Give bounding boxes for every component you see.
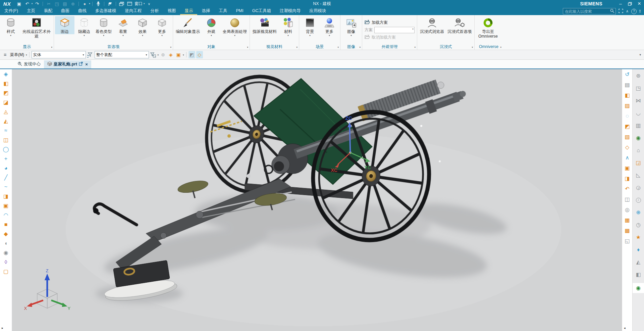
stage-floor-icon[interactable]: ⌂	[634, 146, 643, 154]
group-dialog-caret-icon[interactable]: ▾	[296, 46, 298, 49]
detach-tab-icon[interactable]	[79, 62, 83, 67]
undo-feature-icon[interactable]: ↶	[623, 185, 632, 193]
ribbon-item-immersive-preferences[interactable]: 沉浸式首选项	[446, 16, 473, 34]
ribbon-item-more-scene[interactable]: 更多 ▾	[320, 16, 339, 37]
ribbon-item-background[interactable]: 背景 ▾	[300, 16, 320, 37]
menu-tab-display[interactable]: 显示	[180, 7, 197, 15]
overlap-squares-icon[interactable]: ◲	[634, 159, 643, 167]
ribbon-item-export-omniverse[interactable]: 导出至 Omniverse	[476, 16, 500, 39]
sketch-profile-icon[interactable]: ◯	[2, 145, 10, 153]
menu-button[interactable]: 菜单(M)	[9, 52, 25, 58]
spring-tool-icon[interactable]: ↺	[623, 70, 632, 79]
sheet-body-icon[interactable]: ◧	[2, 80, 10, 88]
resize-corner-icon[interactable]: ◱	[623, 237, 632, 245]
ribbon-item-image[interactable]: 图像 ▾	[341, 16, 361, 37]
menu-tab-pmi[interactable]: PMI	[231, 7, 248, 15]
dev-tools-icon[interactable]: ◭	[634, 258, 643, 266]
settings-gear-icon[interactable]: ⊛	[634, 72, 643, 80]
flatten-sheet-icon[interactable]: ▧	[623, 133, 632, 141]
layer-stack-icon[interactable]: ▦	[623, 216, 632, 224]
menu-tab-gc-toolbox[interactable]: GC工具箱	[248, 7, 275, 15]
surface-chevron-icon[interactable]: ∧	[623, 154, 632, 162]
menu-hamburger-icon[interactable]: ≡	[2, 51, 8, 58]
render-wand-icon[interactable]: ★	[634, 233, 643, 241]
group-dialog-caret-icon[interactable]: ▾	[337, 46, 339, 49]
fold-sheet-icon[interactable]: ◨	[2, 192, 10, 200]
polish-body-icon[interactable]: ◩	[2, 89, 10, 97]
sketch-find-icon[interactable]: ◌	[623, 112, 632, 120]
pattern-blocks-icon[interactable]: ◳	[634, 84, 643, 92]
curtain-stage-icon[interactable]: ◧	[634, 271, 643, 279]
join-bodies-icon[interactable]: ⋈	[634, 97, 643, 105]
block-feature-icon[interactable]: ■	[2, 221, 10, 229]
cannon-3d-model[interactable]: ZC XC YC Z	[12, 69, 622, 331]
group-dialog-caret-icon[interactable]: ▾	[472, 46, 473, 49]
group-dialog-caret-icon[interactable]: ▾	[51, 46, 52, 49]
ribbon-item-raytraced-art[interactable]: 光线追踪艺术外观	[20, 16, 53, 39]
window-menu[interactable]: 窗口	[134, 1, 143, 7]
tab-part-document[interactable]: 皇家礼炮.prt ×	[44, 60, 91, 68]
help-icon[interactable]: ?	[631, 9, 637, 14]
window-frame-icon[interactable]	[126, 0, 134, 7]
project-sheet-icon[interactable]: ◩	[623, 123, 632, 131]
close-tab-icon[interactable]: ×	[85, 62, 88, 67]
group-dialog-caret-icon[interactable]: ▾	[247, 46, 248, 49]
menu-tab-assembly[interactable]: 装配	[40, 7, 57, 15]
ribbon-item-global-finish[interactable]: 全局表面处理 ▾	[221, 16, 249, 37]
ribbon-item-emphasis[interactable]: 着重 ▾	[113, 16, 133, 37]
spot-face-icon[interactable]: ▨	[623, 102, 632, 110]
copy-face-icon[interactable]: ◨	[623, 175, 632, 183]
emboss-extrude-icon[interactable]: ◊	[2, 258, 10, 266]
frame-feature-icon[interactable]: ▣	[2, 202, 10, 210]
scope-filter-combobox[interactable]: 整个装配▾	[95, 51, 149, 58]
sheet-stack-icon[interactable]: ▩	[623, 227, 632, 235]
ribbon-item-face-edges[interactable]: 面边	[55, 16, 74, 34]
studio-build-icon[interactable]: ♦	[634, 246, 643, 254]
facet-body-icon[interactable]: ◇	[623, 143, 632, 151]
cube-capture-icon[interactable]: ◈	[167, 51, 174, 58]
fixture-clamp-icon[interactable]: ◡	[634, 109, 643, 117]
menu-tab-reverse-engineering[interactable]: 逆向工程	[120, 7, 146, 15]
inspect-scope-icon[interactable]: ◎	[623, 206, 632, 214]
filter-caret-icon[interactable]: ▾	[158, 53, 159, 56]
tray-body-icon[interactable]: ◪	[2, 98, 10, 106]
ribbon-item-materials[interactable]: 材料 ▾	[278, 16, 298, 37]
bridge-curve-icon[interactable]: ◠	[2, 211, 10, 219]
undo-icon[interactable]: ↶	[23, 0, 31, 7]
web-browser-icon[interactable]: ⊕	[634, 208, 643, 217]
search-input[interactable]	[564, 9, 610, 14]
tab-discovery-center[interactable]: 发现中心	[14, 60, 44, 68]
measure-zoom-icon[interactable]: ◶	[634, 184, 643, 192]
menu-tab-polygon-modeling[interactable]: 多边形建模	[91, 7, 121, 15]
studio-curve-icon[interactable]: ~	[2, 183, 10, 191]
polyhedron-icon[interactable]: ◆	[2, 230, 10, 238]
minimize-button[interactable]: –	[616, 0, 625, 7]
redo-icon[interactable]: ↷	[33, 0, 41, 7]
minimize-ribbon-icon[interactable]: ∧	[626, 9, 629, 13]
square-capture-icon[interactable]: ▣	[175, 51, 182, 58]
menu-tab-select[interactable]: 选择	[197, 7, 214, 15]
menu-tab-surface[interactable]: 曲面	[57, 7, 74, 15]
history-clock-icon[interactable]: ◷	[634, 221, 643, 229]
ribbon-item-hidden-edges[interactable]: 隐藏边 ▾	[74, 16, 94, 37]
visibility-eye-icon[interactable]: ◉	[634, 134, 643, 142]
trim-sheet-icon[interactable]: ◬	[2, 108, 10, 116]
curve-fit-icon[interactable]: ≈	[2, 127, 10, 135]
menu-tab-home[interactable]: 主页	[22, 7, 40, 15]
shaded-wireframe-toggle[interactable]: ◩	[189, 51, 195, 58]
link-body-icon[interactable]: ◧	[623, 91, 632, 99]
fixture-measure-icon[interactable]: ◺	[634, 171, 643, 179]
box-zone-icon[interactable]: ▣	[623, 164, 632, 172]
library-book-icon[interactable]: ▥	[634, 122, 643, 130]
menu-tab-application[interactable]: 应用模块	[305, 7, 330, 15]
pipe-elbow-icon[interactable]: ◖	[2, 239, 10, 247]
menu-tab-analysis[interactable]: 分析	[146, 7, 163, 15]
point-plus-icon[interactable]: +	[2, 155, 10, 163]
copy-sheet-icon[interactable]: ◫	[2, 136, 10, 144]
ribbon-item-assign-visual-material[interactable]: 指派视觉材料	[251, 16, 278, 34]
capture-caret-icon[interactable]: ▾	[183, 53, 184, 56]
boss-group-icon[interactable]: ◉	[2, 249, 10, 257]
wireframe-box-icon[interactable]: ▢	[2, 268, 10, 276]
filter-options-icon[interactable]	[150, 51, 157, 58]
ribbon-item-shading-type[interactable]: 着色类型 ▾	[94, 16, 113, 37]
